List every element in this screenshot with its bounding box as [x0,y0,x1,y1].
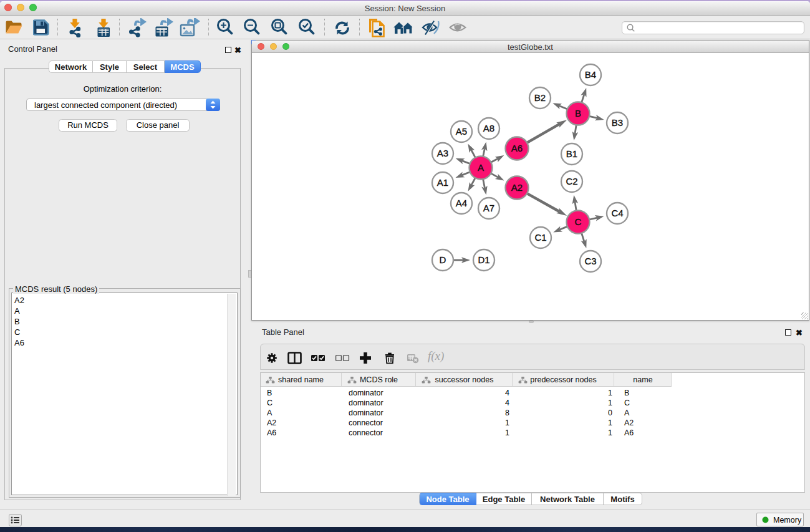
svg-text:C3: C3 [584,256,596,266]
svg-text:B2: B2 [534,92,546,103]
svg-text:A: A [478,162,484,173]
svg-text:A6: A6 [511,143,523,153]
svg-text:B4: B4 [585,69,596,80]
svg-text:A5: A5 [456,126,467,137]
svg-text:A1: A1 [437,177,448,188]
svg-text:C4: C4 [611,208,623,218]
svg-text:A4: A4 [456,198,467,208]
svg-text:C: C [575,216,582,227]
svg-text:D: D [440,254,446,265]
svg-text:B: B [575,108,581,118]
svg-text:B3: B3 [612,117,623,128]
svg-text:A7: A7 [483,203,494,213]
svg-text:B1: B1 [566,148,577,159]
svg-text:D1: D1 [478,254,489,265]
svg-text:A8: A8 [483,123,494,133]
svg-text:A3: A3 [437,148,448,158]
svg-text:C1: C1 [534,232,546,243]
svg-text:C2: C2 [566,176,577,186]
svg-text:A2: A2 [511,182,523,193]
